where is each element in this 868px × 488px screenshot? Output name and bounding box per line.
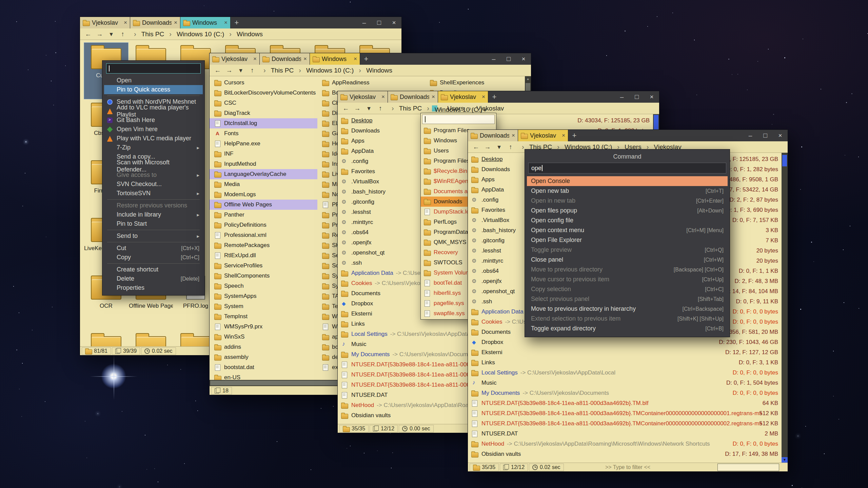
file-row[interactable]: Offline Web Pages	[210, 200, 317, 210]
titlebar[interactable]: Vjekoslav × Downloads × Vjekoslav × + – …	[338, 91, 659, 103]
context-menu-item[interactable]: Create shortcut	[104, 265, 203, 274]
close-button[interactable]: ×	[387, 17, 401, 28]
dropdown-filter-input[interactable]	[422, 115, 495, 124]
close-button[interactable]: ×	[644, 91, 659, 103]
up-button[interactable]: ↑	[375, 105, 386, 112]
file-row[interactable]: PolicyDefinitions	[210, 220, 317, 230]
close-tab-icon[interactable]: ×	[432, 94, 435, 100]
context-menu-item[interactable]: Open	[104, 76, 203, 85]
file-row[interactable]: InputMethod	[210, 159, 317, 169]
context-menu-item[interactable]: Cut [Ctrl+X]	[104, 244, 203, 253]
file-row[interactable]: Links D: 0, F: 3, 1 KB	[468, 358, 782, 368]
palette-item[interactable]: Toggle preview [Ctrl+Q]	[527, 245, 728, 255]
context-menu-item[interactable]: Open Vim here	[104, 125, 203, 134]
back-button[interactable]: ←	[340, 105, 351, 112]
context-menu-item[interactable]	[107, 230, 200, 230]
file-row[interactable]: SystemApps	[210, 291, 317, 301]
context-menu-item[interactable]: Include in library	[104, 210, 203, 219]
forward-button[interactable]: →	[482, 143, 493, 151]
palette-item[interactable]: Toggle expand directory [Ctrl+B]	[527, 324, 728, 333]
file-row[interactable]: ServiceProfiles	[210, 261, 317, 271]
titlebar[interactable]: Downloads × Vjekoslav × + – □ ×	[468, 130, 788, 141]
forward-button[interactable]: →	[224, 67, 235, 74]
back-button[interactable]: ←	[83, 30, 94, 38]
file-row[interactable]: Eksterni D: 12, F: 127, 12 GB	[468, 347, 782, 358]
file-row[interactable]: ShellExperiences	[425, 78, 531, 88]
minimize-button[interactable]: –	[486, 53, 501, 65]
palette-item[interactable]: Open config file	[527, 216, 728, 225]
file-row[interactable]: Speech	[210, 281, 317, 291]
tab[interactable]: Vjekoslav ×	[518, 130, 568, 141]
context-menu-item[interactable]: SVN Checkout...	[104, 180, 203, 189]
breadcrumb-item[interactable]: Windows	[363, 66, 395, 75]
tab[interactable]: Vjekoslav ×	[80, 17, 130, 28]
context-menu-item[interactable]: 7-Zip	[104, 143, 203, 152]
tab[interactable]: Downloads ×	[468, 130, 518, 141]
breadcrumb-item[interactable]: Windows 10 (C:)	[303, 66, 356, 75]
breadcrumb-item[interactable]: Windows	[234, 30, 265, 39]
palette-item[interactable]: Extend selection to previous item [Shift…	[527, 314, 728, 324]
titlebar[interactable]: Vjekoslav × Downloads × Windows × + – □	[80, 17, 401, 28]
file-row[interactable]: WMSysPr9.prx	[210, 322, 317, 332]
context-menu-item[interactable]: Delete [Delete]	[104, 274, 203, 283]
palette-item[interactable]: Open in new tab [Ctrl+Enter]	[527, 196, 728, 206]
file-row[interactable]: NTUSER.DAT{53b39e88-18c4-11ea-a811-000d3…	[468, 398, 782, 408]
maximize-button[interactable]: □	[629, 91, 644, 103]
context-menu-item[interactable]	[107, 242, 200, 242]
file-row[interactable]: DtcInstall.log	[210, 118, 317, 128]
scroll-down-icon[interactable]: ▼	[782, 457, 788, 463]
context-menu-item[interactable]: Add to VLC media player's Playlist	[104, 106, 203, 116]
breadcrumb-item[interactable]: This PC	[396, 104, 425, 113]
palette-item[interactable]: Move to previous directory [Backspace] […	[527, 265, 728, 274]
file-row[interactable]: AppReadiness	[317, 78, 425, 88]
palette-input[interactable]: ope	[528, 163, 726, 174]
file-row[interactable]: NTUSER.DAT{53b39e88-18c4-11ea-a811-000d3…	[468, 408, 782, 419]
breadcrumb-item[interactable]: This PC	[268, 66, 297, 75]
context-menu-item[interactable]	[107, 263, 200, 264]
breadcrumb-item[interactable]: Vjekoslav	[474, 104, 507, 113]
scrollbar-thumb[interactable]	[210, 381, 343, 385]
file-row[interactable]: WinSxS	[210, 332, 317, 342]
history-button[interactable]: ▾	[363, 104, 374, 112]
up-button[interactable]: ↑	[117, 30, 128, 38]
file-row[interactable]: Music D: 0, F: 1, 504 bytes	[468, 378, 782, 388]
file-row[interactable]: assembly	[210, 352, 317, 362]
maximize-button[interactable]: □	[372, 17, 387, 28]
maximize-button[interactable]: □	[758, 130, 773, 141]
tab[interactable]: Downloads ×	[260, 53, 310, 65]
tab[interactable]: Downloads ×	[130, 17, 180, 28]
context-menu-item[interactable]: Restore previous versions	[104, 201, 203, 210]
file-row[interactable]: My Documents -> C:\Users\Vjekoslav\Docum…	[468, 388, 782, 398]
close-tab-icon[interactable]: ×	[303, 56, 307, 62]
scrollbar-thumb[interactable]	[782, 155, 787, 166]
file-row[interactable]: System	[210, 301, 317, 311]
close-tab-icon[interactable]: ×	[224, 19, 228, 26]
scroll-up-icon[interactable]: ▲	[525, 76, 531, 82]
file-grid-item[interactable]	[84, 331, 128, 346]
file-row[interactable]: addins	[210, 342, 317, 352]
back-button[interactable]: ←	[212, 67, 223, 74]
close-tab-icon[interactable]: ×	[512, 132, 515, 139]
up-button[interactable]: ↑	[247, 67, 258, 74]
minimize-button[interactable]: –	[614, 91, 629, 103]
context-menu-item[interactable]: Pin to Quick access	[104, 85, 203, 94]
file-row[interactable]: RtlExUpd.dll	[210, 250, 317, 261]
file-row[interactable]: Local Settings -> C:\Users\Vjekoslav\App…	[468, 368, 782, 378]
palette-item[interactable]: Move cursor to previous item [Ctrl+Up]	[527, 274, 728, 284]
file-row[interactable]: Cursors	[210, 78, 317, 88]
palette-item[interactable]: Select previous panel [Shift+Tab]	[527, 294, 728, 304]
forward-button[interactable]: →	[94, 30, 105, 38]
palette-item[interactable]: Close panel [Ctrl+W]	[527, 255, 728, 265]
tab[interactable]: Windows ×	[180, 17, 231, 28]
file-row[interactable]: RemotePackages	[210, 240, 317, 250]
palette-item[interactable]: Open Console	[527, 176, 728, 186]
palette-item[interactable]: Move to previous directory in hierarchy …	[527, 304, 728, 314]
file-row[interactable]: NetHood -> C:\Users\Vjekoslav\AppData\Ro…	[468, 439, 782, 449]
context-menu-item[interactable]: Play with VLC media player	[104, 134, 203, 143]
file-row[interactable]: CSC	[210, 98, 317, 108]
tab[interactable]: Downloads ×	[388, 91, 438, 103]
close-tab-icon[interactable]: ×	[482, 94, 485, 100]
minimize-button[interactable]: –	[357, 17, 372, 28]
context-menu-item[interactable]	[107, 199, 200, 200]
back-button[interactable]: ←	[471, 143, 481, 151]
